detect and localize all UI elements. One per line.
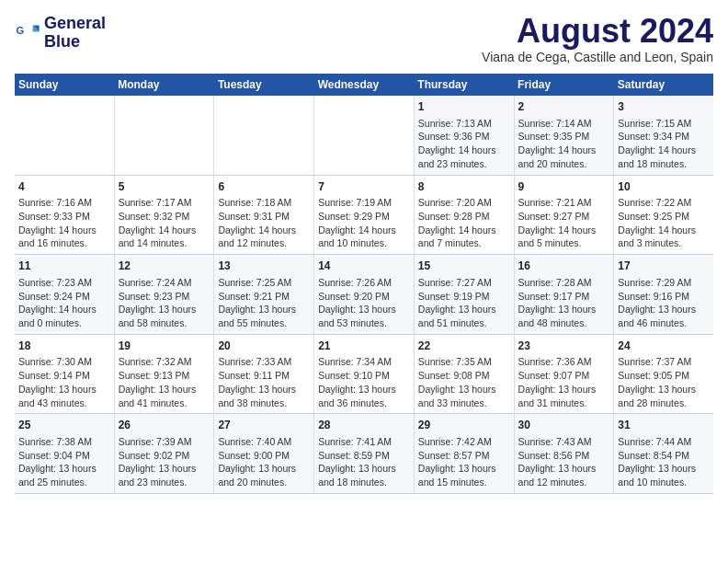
title-block: August 2024 Viana de Cega, Castille and … bbox=[482, 15, 713, 64]
calendar-cell: 5Sunrise: 7:17 AM Sunset: 9:32 PM Daylig… bbox=[114, 175, 214, 255]
day-content: Sunrise: 7:15 AM Sunset: 9:34 PM Dayligh… bbox=[618, 117, 710, 171]
day-number: 14 bbox=[318, 259, 410, 274]
calendar-cell: 13Sunrise: 7:25 AM Sunset: 9:21 PM Dayli… bbox=[214, 255, 314, 335]
calendar-cell: 25Sunrise: 7:38 AM Sunset: 9:04 PM Dayli… bbox=[15, 414, 114, 494]
day-content: Sunrise: 7:36 AM Sunset: 9:07 PM Dayligh… bbox=[518, 355, 610, 409]
day-content: Sunrise: 7:41 AM Sunset: 8:59 PM Dayligh… bbox=[318, 435, 410, 489]
calendar-cell: 31Sunrise: 7:44 AM Sunset: 8:54 PM Dayli… bbox=[614, 414, 713, 494]
calendar-cell: 4Sunrise: 7:16 AM Sunset: 9:33 PM Daylig… bbox=[15, 175, 114, 255]
day-content: Sunrise: 7:23 AM Sunset: 9:24 PM Dayligh… bbox=[18, 276, 110, 330]
calendar-cell: 12Sunrise: 7:24 AM Sunset: 9:23 PM Dayli… bbox=[114, 255, 214, 335]
day-number: 20 bbox=[218, 339, 310, 354]
calendar-cell: 15Sunrise: 7:27 AM Sunset: 9:19 PM Dayli… bbox=[414, 255, 514, 335]
svg-text:G: G bbox=[16, 25, 24, 36]
calendar-cell: 10Sunrise: 7:22 AM Sunset: 9:25 PM Dayli… bbox=[614, 175, 713, 255]
calendar-cell: 24Sunrise: 7:37 AM Sunset: 9:05 PM Dayli… bbox=[614, 334, 713, 414]
day-content: Sunrise: 7:18 AM Sunset: 9:31 PM Dayligh… bbox=[218, 196, 310, 250]
logo: G General Blue bbox=[15, 15, 106, 52]
logo-text: General Blue bbox=[44, 15, 106, 52]
calendar-table: SundayMondayTuesdayWednesdayThursdayFrid… bbox=[15, 74, 713, 494]
calendar-cell bbox=[114, 96, 214, 175]
day-number: 4 bbox=[18, 179, 110, 195]
calendar-cell: 11Sunrise: 7:23 AM Sunset: 9:24 PM Dayli… bbox=[15, 255, 114, 335]
day-number: 30 bbox=[518, 418, 610, 433]
day-number: 28 bbox=[318, 418, 410, 433]
day-number: 25 bbox=[18, 418, 110, 433]
day-number: 24 bbox=[618, 339, 710, 354]
column-header-wednesday: Wednesday bbox=[314, 74, 415, 96]
calendar-cell: 21Sunrise: 7:34 AM Sunset: 9:10 PM Dayli… bbox=[314, 334, 415, 414]
day-number: 13 bbox=[218, 259, 310, 274]
day-content: Sunrise: 7:30 AM Sunset: 9:14 PM Dayligh… bbox=[18, 355, 110, 409]
day-content: Sunrise: 7:27 AM Sunset: 9:19 PM Dayligh… bbox=[418, 276, 510, 330]
calendar-cell bbox=[214, 96, 314, 175]
day-number: 12 bbox=[119, 259, 210, 274]
calendar-cell: 8Sunrise: 7:20 AM Sunset: 9:28 PM Daylig… bbox=[414, 175, 514, 255]
day-number: 15 bbox=[418, 259, 510, 274]
day-number: 2 bbox=[518, 99, 610, 115]
day-content: Sunrise: 7:22 AM Sunset: 9:25 PM Dayligh… bbox=[618, 196, 710, 250]
day-content: Sunrise: 7:43 AM Sunset: 8:56 PM Dayligh… bbox=[518, 435, 610, 489]
day-number: 22 bbox=[418, 339, 510, 354]
day-content: Sunrise: 7:21 AM Sunset: 9:27 PM Dayligh… bbox=[518, 196, 610, 250]
day-content: Sunrise: 7:14 AM Sunset: 9:35 PM Dayligh… bbox=[518, 117, 610, 171]
calendar-cell: 7Sunrise: 7:19 AM Sunset: 9:29 PM Daylig… bbox=[314, 175, 415, 255]
calendar-cell: 28Sunrise: 7:41 AM Sunset: 8:59 PM Dayli… bbox=[314, 414, 415, 494]
day-number: 21 bbox=[318, 339, 410, 354]
day-number: 16 bbox=[518, 259, 610, 274]
day-number: 26 bbox=[119, 418, 210, 433]
day-number: 27 bbox=[218, 418, 310, 433]
calendar-cell: 30Sunrise: 7:43 AM Sunset: 8:56 PM Dayli… bbox=[514, 414, 614, 494]
column-header-saturday: Saturday bbox=[614, 74, 713, 96]
day-content: Sunrise: 7:26 AM Sunset: 9:20 PM Dayligh… bbox=[318, 276, 410, 330]
column-header-monday: Monday bbox=[114, 74, 214, 96]
day-content: Sunrise: 7:13 AM Sunset: 9:36 PM Dayligh… bbox=[418, 117, 510, 171]
calendar-cell: 17Sunrise: 7:29 AM Sunset: 9:16 PM Dayli… bbox=[614, 255, 713, 335]
logo-icon: G bbox=[15, 20, 40, 46]
day-number: 6 bbox=[218, 179, 310, 195]
day-number: 31 bbox=[618, 418, 710, 433]
calendar-cell: 3Sunrise: 7:15 AM Sunset: 9:34 PM Daylig… bbox=[614, 96, 713, 175]
page-header: G General Blue August 2024 Viana de Cega… bbox=[15, 15, 713, 64]
day-number: 9 bbox=[518, 179, 610, 195]
column-header-thursday: Thursday bbox=[414, 74, 514, 96]
calendar-cell: 1Sunrise: 7:13 AM Sunset: 9:36 PM Daylig… bbox=[414, 96, 514, 175]
calendar-cell: 20Sunrise: 7:33 AM Sunset: 9:11 PM Dayli… bbox=[214, 334, 314, 414]
column-header-friday: Friday bbox=[514, 74, 614, 96]
day-content: Sunrise: 7:44 AM Sunset: 8:54 PM Dayligh… bbox=[618, 435, 710, 489]
day-content: Sunrise: 7:28 AM Sunset: 9:17 PM Dayligh… bbox=[518, 276, 610, 330]
day-content: Sunrise: 7:17 AM Sunset: 9:32 PM Dayligh… bbox=[119, 196, 210, 250]
day-content: Sunrise: 7:39 AM Sunset: 9:02 PM Dayligh… bbox=[119, 435, 210, 489]
day-number: 18 bbox=[18, 339, 110, 354]
day-content: Sunrise: 7:35 AM Sunset: 9:08 PM Dayligh… bbox=[418, 355, 510, 409]
day-content: Sunrise: 7:25 AM Sunset: 9:21 PM Dayligh… bbox=[218, 276, 310, 330]
calendar-cell: 14Sunrise: 7:26 AM Sunset: 9:20 PM Dayli… bbox=[314, 255, 415, 335]
day-number: 11 bbox=[18, 259, 110, 274]
calendar-week-3: 11Sunrise: 7:23 AM Sunset: 9:24 PM Dayli… bbox=[15, 255, 713, 335]
day-number: 1 bbox=[418, 99, 510, 115]
calendar-cell bbox=[314, 96, 415, 175]
calendar-week-5: 25Sunrise: 7:38 AM Sunset: 9:04 PM Dayli… bbox=[15, 414, 713, 494]
day-content: Sunrise: 7:42 AM Sunset: 8:57 PM Dayligh… bbox=[418, 435, 510, 489]
day-number: 5 bbox=[119, 179, 210, 195]
calendar-cell bbox=[15, 96, 114, 175]
calendar-week-4: 18Sunrise: 7:30 AM Sunset: 9:14 PM Dayli… bbox=[15, 334, 713, 414]
day-content: Sunrise: 7:38 AM Sunset: 9:04 PM Dayligh… bbox=[18, 435, 110, 489]
calendar-cell: 6Sunrise: 7:18 AM Sunset: 9:31 PM Daylig… bbox=[214, 175, 314, 255]
calendar-cell: 27Sunrise: 7:40 AM Sunset: 9:00 PM Dayli… bbox=[214, 414, 314, 494]
calendar-week-2: 4Sunrise: 7:16 AM Sunset: 9:33 PM Daylig… bbox=[15, 175, 713, 255]
column-header-tuesday: Tuesday bbox=[214, 74, 314, 96]
day-number: 23 bbox=[518, 339, 610, 354]
day-number: 19 bbox=[119, 339, 210, 354]
calendar-cell: 9Sunrise: 7:21 AM Sunset: 9:27 PM Daylig… bbox=[514, 175, 614, 255]
column-header-sunday: Sunday bbox=[15, 74, 114, 96]
day-content: Sunrise: 7:24 AM Sunset: 9:23 PM Dayligh… bbox=[119, 276, 210, 330]
day-content: Sunrise: 7:29 AM Sunset: 9:16 PM Dayligh… bbox=[618, 276, 710, 330]
calendar-cell: 22Sunrise: 7:35 AM Sunset: 9:08 PM Dayli… bbox=[414, 334, 514, 414]
day-number: 17 bbox=[618, 259, 710, 274]
day-content: Sunrise: 7:16 AM Sunset: 9:33 PM Dayligh… bbox=[18, 196, 110, 250]
calendar-cell: 26Sunrise: 7:39 AM Sunset: 9:02 PM Dayli… bbox=[114, 414, 214, 494]
day-content: Sunrise: 7:33 AM Sunset: 9:11 PM Dayligh… bbox=[218, 355, 310, 409]
day-number: 8 bbox=[418, 179, 510, 195]
location: Viana de Cega, Castille and Leon, Spain bbox=[482, 50, 713, 64]
